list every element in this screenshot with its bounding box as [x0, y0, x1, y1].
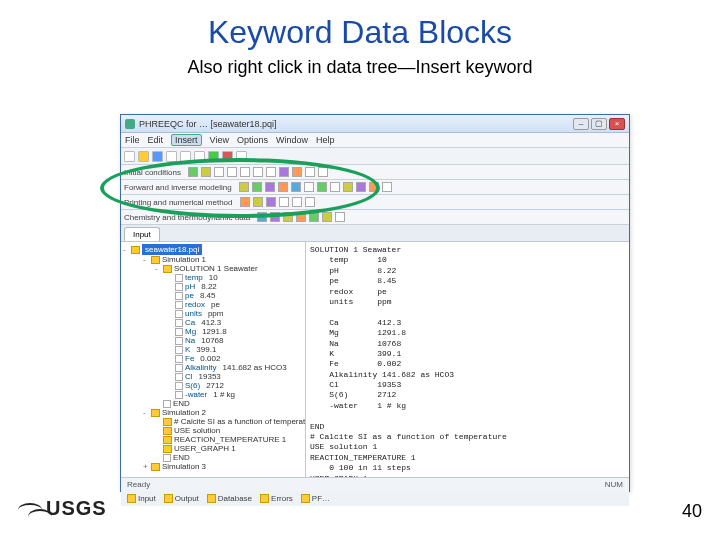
menu-file[interactable]: File: [125, 135, 140, 145]
statusbar: Ready NUM: [121, 477, 629, 491]
menu-edit[interactable]: Edit: [148, 135, 164, 145]
menu-view[interactable]: View: [210, 135, 229, 145]
tree-node[interactable]: -SOLUTION 1 Seawater: [123, 264, 303, 273]
tool-icon[interactable]: [382, 182, 392, 192]
tool-icon[interactable]: [252, 182, 262, 192]
tool-icon[interactable]: [227, 167, 237, 177]
menu-window[interactable]: Window: [276, 135, 308, 145]
bottom-tab-pf…[interactable]: PF…: [301, 494, 330, 503]
data-tree[interactable]: -seawater18.pqi-Simulation 1-SOLUTION 1 …: [121, 242, 306, 490]
tool-icon[interactable]: [318, 167, 328, 177]
tree-node[interactable]: # Calcite SI as a function of temperatur…: [123, 417, 303, 426]
slide-subtitle: Also right click in data tree—Insert key…: [0, 57, 720, 78]
bottom-tab-output[interactable]: Output: [164, 494, 199, 503]
tool-icon[interactable]: [322, 212, 332, 222]
tool-icon[interactable]: [253, 167, 263, 177]
tool-icon[interactable]: [214, 167, 224, 177]
tree-node[interactable]: Cl19353: [123, 372, 303, 381]
tool-icon[interactable]: [296, 212, 306, 222]
tool-icon[interactable]: [239, 182, 249, 192]
toolbar-help-icon[interactable]: [236, 151, 247, 162]
tool-icon[interactable]: [335, 212, 345, 222]
toolbar-run-icon[interactable]: [208, 151, 219, 162]
tool-icon[interactable]: [253, 197, 263, 207]
usgs-logo: USGS: [18, 497, 107, 520]
tool-icon[interactable]: [292, 197, 302, 207]
tool-icon[interactable]: [305, 197, 315, 207]
app-window: PHREEQC for … [seawater18.pqi] – ▢ × Fil…: [120, 114, 630, 492]
tool-icon[interactable]: [265, 182, 275, 192]
toolrow: Printing and numerical method: [121, 195, 629, 210]
tool-icon[interactable]: [279, 167, 289, 177]
tree-node[interactable]: pH8.22: [123, 282, 303, 291]
menubar: FileEditInsertViewOptionsWindowHelp: [121, 133, 629, 148]
tool-icon[interactable]: [305, 167, 315, 177]
toolbar-new-icon[interactable]: [124, 151, 135, 162]
toolrow-label: Initial conditions: [124, 168, 181, 177]
tool-icon[interactable]: [240, 197, 250, 207]
tool-icon[interactable]: [291, 182, 301, 192]
tool-icon[interactable]: [343, 182, 353, 192]
tree-root[interactable]: -seawater18.pqi: [123, 244, 303, 255]
tree-node[interactable]: redoxpe: [123, 300, 303, 309]
editor-content[interactable]: SOLUTION 1 Seawater temp 10 pH 8.22 pe 8…: [306, 242, 629, 490]
tree-node[interactable]: -water1 # kg: [123, 390, 303, 399]
tool-icon[interactable]: [283, 212, 293, 222]
tree-node[interactable]: END: [123, 453, 303, 462]
bottom-tabbar: InputOutputDatabaseErrorsPF…: [121, 490, 629, 506]
menu-options[interactable]: Options: [237, 135, 268, 145]
window-title: PHREEQC for … [seawater18.pqi]: [139, 119, 573, 129]
tool-icon[interactable]: [330, 182, 340, 192]
tree-node[interactable]: USE solution: [123, 426, 303, 435]
tool-icon[interactable]: [356, 182, 366, 192]
toolrow-label: Forward and inverse modeling: [124, 183, 232, 192]
toolrow-label: Printing and numerical method: [124, 198, 233, 207]
tree-node[interactable]: USER_GRAPH 1: [123, 444, 303, 453]
bottom-tab-errors[interactable]: Errors: [260, 494, 293, 503]
tree-node[interactable]: S(6)2712: [123, 381, 303, 390]
tool-icon[interactable]: [292, 167, 302, 177]
tree-node[interactable]: Alkalinity141.682 as HCO3: [123, 363, 303, 372]
menu-insert[interactable]: Insert: [171, 134, 202, 146]
tree-node[interactable]: Fe0.002: [123, 354, 303, 363]
tool-icon[interactable]: [304, 182, 314, 192]
tree-node[interactable]: +Simulation 3: [123, 462, 303, 471]
tool-icon[interactable]: [309, 212, 319, 222]
toolbar-stop-icon[interactable]: [222, 151, 233, 162]
tool-icon[interactable]: [278, 182, 288, 192]
tool-icon[interactable]: [317, 182, 327, 192]
tool-icon[interactable]: [257, 212, 267, 222]
tree-node[interactable]: Mg1291.8: [123, 327, 303, 336]
tree-node[interactable]: K399.1: [123, 345, 303, 354]
close-button[interactable]: ×: [609, 118, 625, 130]
tool-icon[interactable]: [279, 197, 289, 207]
tree-node[interactable]: END: [123, 399, 303, 408]
toolbar-paste-icon[interactable]: [194, 151, 205, 162]
minimize-button[interactable]: –: [573, 118, 589, 130]
toolbar-cut-icon[interactable]: [166, 151, 177, 162]
tree-node[interactable]: -Simulation 2: [123, 408, 303, 417]
bottom-tab-database[interactable]: Database: [207, 494, 252, 503]
tree-node[interactable]: Na10768: [123, 336, 303, 345]
tool-icon[interactable]: [270, 212, 280, 222]
toolbar-open-icon[interactable]: [138, 151, 149, 162]
bottom-tab-input[interactable]: Input: [127, 494, 156, 503]
menu-help[interactable]: Help: [316, 135, 335, 145]
maximize-button[interactable]: ▢: [591, 118, 607, 130]
status-left: Ready: [127, 480, 150, 489]
tree-node[interactable]: REACTION_TEMPERATURE 1: [123, 435, 303, 444]
tool-icon[interactable]: [266, 167, 276, 177]
tool-icon[interactable]: [266, 197, 276, 207]
tool-icon[interactable]: [188, 167, 198, 177]
tool-icon[interactable]: [240, 167, 250, 177]
tree-node[interactable]: pe8.45: [123, 291, 303, 300]
tree-node[interactable]: unitsppm: [123, 309, 303, 318]
toolbar-copy-icon[interactable]: [180, 151, 191, 162]
tree-node[interactable]: -Simulation 1: [123, 255, 303, 264]
tree-node[interactable]: Ca412.3: [123, 318, 303, 327]
tree-node[interactable]: temp10: [123, 273, 303, 282]
tab-input[interactable]: Input: [124, 227, 160, 241]
tool-icon[interactable]: [201, 167, 211, 177]
toolbar-save-icon[interactable]: [152, 151, 163, 162]
tool-icon[interactable]: [369, 182, 379, 192]
